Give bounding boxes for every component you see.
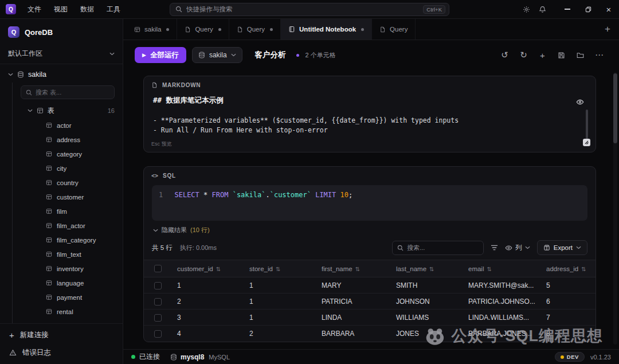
markdown-line: - Run All / Run From Here with stop-on-e… [153,126,570,135]
sql-editor[interactable]: 1 SELECT * FROM `sakila`.`customer` LIMI… [152,185,587,221]
sort-icon[interactable]: ⇅ [216,266,221,272]
connection-sakila[interactable]: sakila [0,67,123,82]
results-search[interactable] [392,241,484,255]
sidebar-table-inventory[interactable]: inventory [0,261,123,276]
table-row-4[interactable]: 42BARBARAJONESBARBARA.JONES...8 [144,326,596,342]
table-name: country [57,179,79,186]
markdown-editor[interactable]: ## 数据库笔记本示例 - **Parameterized variables*… [144,94,596,135]
column-header-address_id[interactable]: address_id⇅ [542,260,596,277]
tables-group[interactable]: 表 16 [0,103,123,118]
sidebar-table-city[interactable]: city [0,161,123,175]
results-search-input[interactable] [407,244,479,251]
menu-view[interactable]: 视图 [49,2,72,17]
column-header-last_name[interactable]: last_name⇅ [391,260,464,277]
workspace-selector[interactable]: 默认工作区 [0,45,123,64]
cell-scrollbar[interactable] [586,109,588,143]
cell-header: <> SQL [144,167,596,185]
sidebar-table-payment[interactable]: payment [0,290,123,304]
sidebar-table-film[interactable]: film [0,204,123,218]
menu-file[interactable]: 文件 [23,2,46,17]
results-toggle-label: 隐藏结果 [162,226,187,234]
settings-gear-icon[interactable] [518,2,534,16]
notifications-bell-icon[interactable] [534,2,550,16]
restore-button[interactable] [578,0,598,18]
column-header-store_id[interactable]: store_id⇅ [245,260,317,277]
resize-grip-icon[interactable] [583,139,590,146]
table-search[interactable] [21,85,115,99]
sidebar-table-actor[interactable]: actor [0,118,123,132]
sort-icon[interactable]: ⇅ [355,266,360,272]
sql-token: FROM [212,191,229,199]
tab-query-1[interactable]: Query [177,19,229,40]
sql-code-line: SELECT * FROM `sakila`.`customer` LIMIT … [174,191,352,199]
error-log-button[interactable]: 错误日志 [0,344,123,362]
select-all-cell [144,260,173,277]
markdown-cell[interactable]: MARKDOWN ## 数据库笔记本示例 - **Parameterized v… [143,76,596,152]
close-button[interactable]: × [598,0,619,18]
more-options-icon[interactable]: ⋯ [591,48,608,62]
database-selector[interactable]: sakila [192,47,242,63]
notebook-content: MARKDOWN ## 数据库笔记本示例 - **Parameterized v… [123,70,619,349]
redo-icon[interactable]: ↻ [515,48,532,62]
table-row-2[interactable]: 21PATRICIAJOHNSONPATRICIA.JOHNSO...6 [144,293,596,310]
tab-untitled-notebook-3[interactable]: Untitled Notebook [281,19,372,40]
sidebar-table-staff[interactable]: staff [0,319,123,323]
sort-icon[interactable]: ⇅ [581,266,586,272]
tab-query-2[interactable]: Query [229,19,281,40]
results-toggle[interactable]: 隐藏结果 (10 行) [144,221,596,238]
sidebar-table-film_text[interactable]: film_text [0,247,123,261]
sql-cell[interactable]: <> SQL 1 SELECT * FROM `sakila`.`custome… [143,166,596,342]
menu-data[interactable]: 数据 [76,2,99,17]
sidebar-table-film_category[interactable]: film_category [0,233,123,247]
sidebar-footer: + 新建连接 错误日志 [0,323,123,364]
new-connection-button[interactable]: + 新建连接 [0,326,123,344]
table-search-input[interactable] [36,89,109,96]
global-search[interactable]: Ctrl+K [170,3,449,16]
preview-eye-icon[interactable] [576,98,584,106]
sidebar-table-customer[interactable]: customer [0,190,123,204]
new-tab-button[interactable]: + [596,19,619,40]
results-body: 11MARYSMITHMARY.SMITH@sak...521PATRICIAJ… [144,277,596,342]
sql-token [336,191,340,199]
connection-status: 已连接 [131,352,160,362]
notebook-title: 客户分析 [255,50,286,60]
run-all-button[interactable]: ▶ 全部运行 [135,47,186,63]
save-icon[interactable] [553,48,570,62]
row-checkbox[interactable] [154,282,162,289]
column-header-first_name[interactable]: first_name⇅ [317,260,391,277]
minimize-button[interactable] [557,0,578,18]
sort-icon[interactable]: ⇅ [429,266,434,272]
global-search-input[interactable] [186,6,419,13]
column-header-email[interactable]: email⇅ [464,260,542,277]
open-folder-icon[interactable] [572,48,589,62]
table-row-1[interactable]: 11MARYSMITHMARY.SMITH@sak...5 [144,277,596,293]
sidebar-table-category[interactable]: category [0,147,123,161]
undo-icon[interactable]: ↺ [496,48,513,62]
table-name: inventory [57,265,84,272]
select-all-checkbox[interactable] [154,265,162,272]
add-cell-button[interactable]: + [534,48,551,62]
sql-token: SELECT [174,191,199,199]
active-connection[interactable]: mysql8 MySQL [170,353,230,361]
tab-sakila-0[interactable]: sakila [127,19,177,40]
row-checkbox[interactable] [154,330,162,338]
sidebar-table-address[interactable]: address [0,132,123,147]
sidebar-table-rental[interactable]: rental [0,304,123,319]
sort-icon[interactable]: ⇅ [487,266,491,272]
table-row-3[interactable]: 31LINDAWILLIAMSLINDA.WILLIAMS...7 [144,310,596,326]
row-checkbox[interactable] [154,314,162,322]
tab-label: sakila [144,26,161,33]
filter-icon[interactable] [491,244,498,251]
error-log-label: 错误日志 [22,348,51,358]
sidebar-table-film_actor[interactable]: film_actor [0,218,123,233]
columns-visibility-button[interactable]: 列 [505,244,530,252]
sidebar-table-country[interactable]: country [0,175,123,190]
sidebar-table-language[interactable]: language [0,276,123,290]
row-checkbox[interactable] [154,298,162,306]
column-header-customer_id[interactable]: customer_id⇅ [173,260,245,277]
export-button[interactable]: Export [537,240,587,255]
scrollbar-thumb[interactable] [613,73,617,143]
tab-query-4[interactable]: Query [372,19,416,40]
menu-tools[interactable]: 工具 [102,2,125,17]
sort-icon[interactable]: ⇅ [276,266,280,272]
